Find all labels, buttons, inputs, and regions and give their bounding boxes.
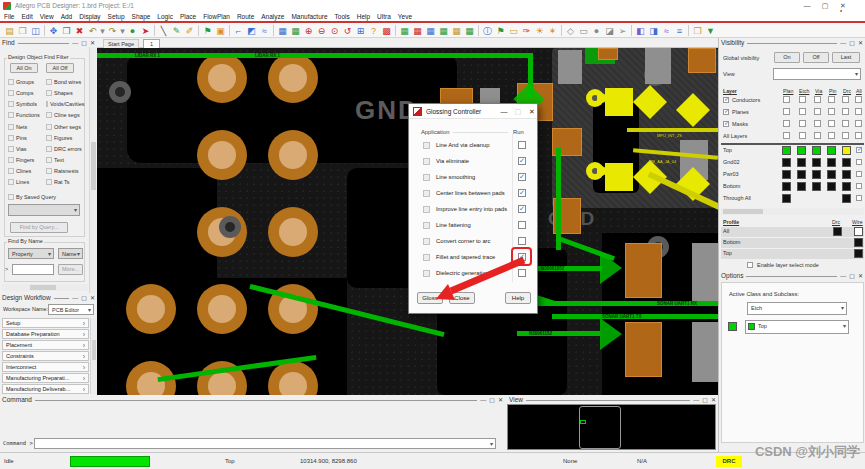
visibility-hscrollbar[interactable] <box>721 208 864 215</box>
vis-checkbox[interactable] <box>828 120 835 127</box>
route-slide-icon[interactable]: ◩ <box>245 24 258 37</box>
float-icon[interactable] <box>81 39 87 47</box>
menu-edit[interactable]: Edit <box>21 13 32 20</box>
option-checkbox[interactable] <box>423 254 430 261</box>
menu-setup[interactable]: Setup <box>108 13 125 20</box>
run-checkbox[interactable] <box>518 157 526 165</box>
option-checkbox[interactable] <box>423 222 430 229</box>
vis-checkbox[interactable] <box>799 120 806 127</box>
menu-analyze[interactable]: Analyze <box>261 13 284 20</box>
menu-add[interactable]: Add <box>61 13 73 20</box>
shape-arrow-icon[interactable]: ➢ <box>616 24 629 37</box>
mesh-icon[interactable]: ≡ <box>673 24 686 37</box>
layer-color[interactable] <box>797 146 806 155</box>
run-checkbox[interactable] <box>518 237 526 245</box>
color-grid-5-icon[interactable]: ▦ <box>450 24 463 37</box>
glossing-controller-dialog[interactable]: Glossing Controller Application Run Line… <box>408 103 538 314</box>
property-select[interactable]: Property <box>8 248 54 259</box>
save-icon[interactable]: ◫ <box>29 24 42 37</box>
option-checkbox[interactable] <box>423 190 430 197</box>
zoom-in-icon[interactable]: ⊕ <box>302 24 315 37</box>
checkbox[interactable] <box>46 168 52 174</box>
checkbox[interactable] <box>46 179 52 185</box>
route-connect-icon[interactable]: ⌐ <box>232 24 245 37</box>
tab-start-page[interactable]: Start Page <box>103 39 139 48</box>
close-button[interactable]: Close <box>449 292 475 304</box>
vis-checkbox[interactable] <box>828 132 835 139</box>
collapse-icon[interactable] <box>840 39 846 47</box>
profile-drc-cell[interactable] <box>833 227 842 236</box>
checkbox[interactable] <box>8 124 14 130</box>
layer-color[interactable] <box>827 182 836 191</box>
class-select[interactable]: Etch <box>747 302 847 315</box>
layer-color[interactable] <box>797 182 806 191</box>
name-filter-input[interactable] <box>12 264 54 275</box>
redo-dropdown-icon[interactable]: ▾ <box>119 24 126 37</box>
properties-icon[interactable]: ⚑ <box>494 24 507 37</box>
layer-color[interactable] <box>827 170 836 179</box>
checkbox[interactable] <box>46 135 52 141</box>
info-icon[interactable]: ⓘ <box>481 24 494 37</box>
layer-color[interactable] <box>827 158 836 167</box>
workflow-item-database-preparation[interactable]: Database Preparation <box>2 329 89 339</box>
menu-display[interactable]: Display <box>79 13 100 20</box>
color-grid-3-icon[interactable]: ▦ <box>424 24 437 37</box>
layer-color[interactable] <box>782 170 791 179</box>
find-hscrollbar[interactable] <box>2 284 88 291</box>
run-checkbox-fillet[interactable] <box>518 253 526 261</box>
checkbox[interactable] <box>46 90 52 96</box>
help-button[interactable]: Help <box>505 292 531 304</box>
saved-query-select[interactable] <box>8 204 80 216</box>
redo-icon[interactable]: ↷ <box>106 24 119 37</box>
option-checkbox[interactable] <box>423 142 430 149</box>
split-view-b-icon[interactable]: ◨ <box>647 24 660 37</box>
checkbox[interactable] <box>46 101 48 107</box>
checkbox[interactable] <box>8 179 14 185</box>
menu-shape[interactable]: Shape <box>132 13 151 20</box>
wave-icon[interactable]: ≈ <box>660 24 673 37</box>
visibility-off-button[interactable]: Off <box>803 52 829 63</box>
option-checkbox[interactable] <box>423 206 430 213</box>
move-icon[interactable]: ✥ <box>47 24 60 37</box>
float-icon[interactable] <box>489 396 495 404</box>
dialog-minimize-button[interactable] <box>499 108 509 116</box>
minimize-button[interactable] <box>800 2 814 10</box>
vis-checkbox[interactable] <box>783 132 790 139</box>
workflow-scrollbar[interactable] <box>90 318 96 394</box>
layer-checkbox[interactable] <box>856 183 862 189</box>
menu-tools[interactable]: Tools <box>335 13 350 20</box>
workflow-item-setup[interactable]: Setup <box>2 318 89 328</box>
option-checkbox[interactable] <box>423 174 430 181</box>
layer-color[interactable] <box>782 146 791 155</box>
layer-color[interactable] <box>797 158 806 167</box>
vis-checkbox[interactable] <box>783 96 790 103</box>
collapse-icon[interactable] <box>693 396 699 404</box>
menu-logic[interactable]: Logic <box>157 13 173 20</box>
view-minimap[interactable] <box>507 404 716 450</box>
close-icon[interactable] <box>90 39 95 47</box>
menu-ultra[interactable]: Ultra <box>377 13 391 20</box>
color-grid-6-icon[interactable]: ▦ <box>463 24 476 37</box>
vis-checkbox[interactable] <box>842 132 849 139</box>
run-checkbox[interactable] <box>518 205 526 213</box>
vis-checkbox[interactable] <box>855 132 862 139</box>
vis-checkbox[interactable] <box>814 132 821 139</box>
name-select[interactable]: Name <box>58 248 83 259</box>
add-line-icon[interactable]: ╲ <box>157 24 170 37</box>
checkbox[interactable] <box>46 112 52 118</box>
add-connect-icon[interactable]: ✎ <box>170 24 183 37</box>
pin-icon[interactable]: ➤ <box>139 24 152 37</box>
layer-checkbox[interactable] <box>856 171 862 177</box>
gloss-button[interactable]: Gloss <box>417 292 443 304</box>
color-grid-2-icon[interactable]: ▦ <box>411 24 424 37</box>
vis-checkbox[interactable] <box>814 96 821 103</box>
close-icon[interactable] <box>858 39 863 47</box>
checkbox[interactable] <box>8 157 14 163</box>
layer-color[interactable] <box>782 182 791 191</box>
copy-icon[interactable]: ❐ <box>60 24 73 37</box>
menu-place[interactable]: Place <box>180 13 196 20</box>
brush-icon[interactable]: ✑ <box>520 24 533 37</box>
checkbox[interactable] <box>8 135 14 141</box>
class-checkbox[interactable] <box>723 109 729 115</box>
undo-icon[interactable]: ↶ <box>86 24 99 37</box>
